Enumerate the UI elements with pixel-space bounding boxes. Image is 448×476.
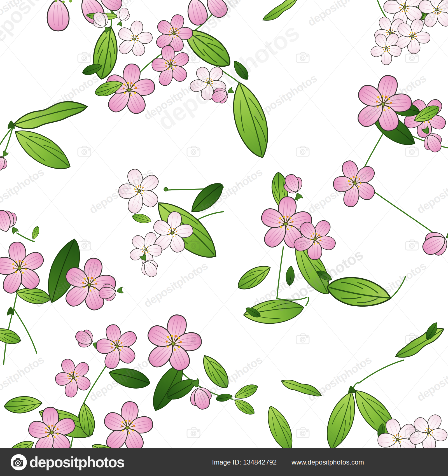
blossom-cluster-top-center bbox=[88, 0, 300, 162]
footer-meta: Image ID: 134842792 www.depositphotos.co… bbox=[212, 457, 364, 468]
blossom-cluster-center-white bbox=[112, 162, 228, 281]
footer-brand-wordmark: depositphotos bbox=[29, 454, 124, 471]
leaf-branch-left bbox=[0, 97, 89, 178]
blossom-cluster-top-right-white bbox=[367, 0, 448, 65]
watermark-footer-bar: depositphotos Image ID: 134842792 www.de… bbox=[0, 448, 448, 476]
leaf-branch-bottom-right bbox=[280, 320, 448, 448]
stock-photo-page: depositphotosdepositphotosdepositphotosd… bbox=[0, 0, 448, 476]
single-leaf-right bbox=[316, 269, 405, 312]
footer-divider bbox=[284, 457, 284, 468]
depositphotos-camera-logo-icon bbox=[10, 454, 27, 471]
blossom-pattern-artwork bbox=[0, 0, 448, 448]
image-id-label: Image ID: 134842792 bbox=[212, 458, 277, 466]
blossom-cluster-top-left bbox=[46, 0, 125, 81]
footer-website: www.depositphotos.com bbox=[291, 458, 364, 466]
blossom-cluster-right bbox=[325, 68, 448, 263]
blossom-cluster-bottom-left bbox=[4, 319, 158, 448]
blossom-cluster-center-right bbox=[234, 170, 345, 327]
